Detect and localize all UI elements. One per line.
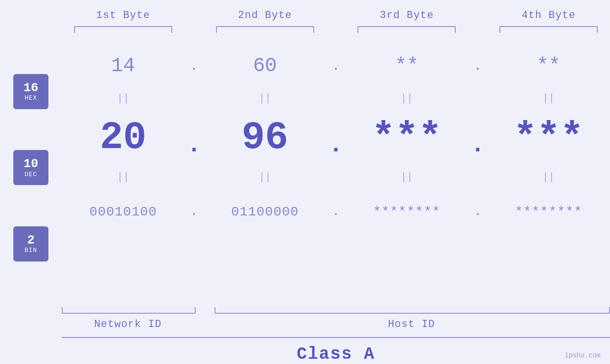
bin-dot-2: . xyxy=(327,205,346,219)
bin-cell-3: ******** xyxy=(346,205,469,219)
hex-badge-label: HEX xyxy=(25,94,37,102)
bin-badge-label: BIN xyxy=(25,247,37,254)
hex-cell-3: ** xyxy=(346,55,469,77)
bin-badge: 2 BIN xyxy=(13,226,48,261)
hex-value-4: ** xyxy=(536,55,560,77)
hex-cell-1: 14 xyxy=(62,55,185,77)
sep-1-col-4: || xyxy=(487,93,610,104)
separator-row-1: || || || || xyxy=(62,90,610,107)
dec-cell-3: *** xyxy=(346,116,469,160)
sep-1-col-2: || xyxy=(204,93,327,104)
byte-label-3: 3rd Byte xyxy=(346,9,469,21)
class-underline xyxy=(62,337,610,338)
bin-dot-1: . xyxy=(185,205,204,219)
bracket-col-1 xyxy=(62,26,185,33)
byte-label-2: 2nd Byte xyxy=(204,9,327,21)
bin-value-3: ******** xyxy=(373,205,441,219)
rows-area: 14 . 60 . ** . ** xyxy=(62,37,610,307)
byte-label-4: 4th Byte xyxy=(487,9,610,21)
byte-labels-row: 1st Byte 2nd Byte 3rd Byte 4th Byte xyxy=(62,9,610,21)
dec-dot-2: . xyxy=(327,117,346,159)
dec-row: 20 . 96 . *** . *** xyxy=(62,107,610,168)
top-brackets-row xyxy=(62,26,610,33)
dec-value-1: 20 xyxy=(100,116,146,160)
dec-dot-3: . xyxy=(468,117,487,159)
hex-value-1: 14 xyxy=(111,55,135,77)
sep-2-col-1: || xyxy=(62,171,185,183)
bin-badge-num: 2 xyxy=(27,233,35,247)
id-labels-row: Network ID Host ID xyxy=(62,318,610,330)
network-id-bracket xyxy=(62,307,196,314)
bracket-col-2 xyxy=(204,26,327,33)
bin-cell-4: ******** xyxy=(487,205,610,219)
bracket-col-3 xyxy=(346,26,469,33)
watermark: ipshu.com xyxy=(564,352,601,359)
sep-2-col-2: || xyxy=(204,171,327,183)
hex-dot-2: . xyxy=(327,58,346,74)
dec-value-2: 96 xyxy=(242,116,288,160)
host-id-bracket xyxy=(215,307,610,314)
dec-value-3: *** xyxy=(372,116,442,160)
bracket-col-4 xyxy=(487,26,610,33)
dec-badge-num: 10 xyxy=(23,157,38,171)
hex-dot-1: . xyxy=(185,58,204,74)
hex-row: 14 . 60 . ** . ** xyxy=(62,42,610,90)
byte-label-1: 1st Byte xyxy=(62,9,185,21)
hex-value-2: 60 xyxy=(253,55,277,77)
bin-cell-2: 01100000 xyxy=(204,205,327,219)
badges-column: 16 HEX 10 DEC 2 BIN xyxy=(0,37,62,307)
top-bracket-1 xyxy=(74,26,172,33)
dec-cell-2: 96 xyxy=(204,116,327,160)
top-bracket-4 xyxy=(499,26,598,33)
content-area: 16 HEX 10 DEC 2 BIN 14 . xyxy=(0,37,610,307)
hex-badge: 16 HEX xyxy=(13,74,48,109)
bin-dot-3: . xyxy=(468,205,487,219)
separator-row-2: || || || || xyxy=(62,168,610,186)
network-id-label: Network ID xyxy=(62,318,194,330)
dec-value-4: *** xyxy=(514,116,584,160)
class-label: Class A xyxy=(62,345,610,364)
hex-cell-4: ** xyxy=(487,55,610,77)
bin-value-4: ******** xyxy=(515,205,582,219)
hex-badge-num: 16 xyxy=(23,81,38,95)
top-bracket-2 xyxy=(216,26,314,33)
hex-cell-2: 60 xyxy=(204,55,327,77)
hex-dot-3: . xyxy=(468,58,487,74)
bottom-brackets-row xyxy=(62,307,610,314)
dec-badge: 10 DEC xyxy=(13,150,48,185)
host-id-label: Host ID xyxy=(213,318,610,330)
dec-badge-label: DEC xyxy=(25,171,37,178)
bin-row: 00010100 . 01100000 . ******** . xyxy=(62,186,610,238)
sep-1-col-3: || xyxy=(346,93,469,104)
host-id-bracket-wrapper xyxy=(215,307,610,314)
dec-cell-1: 20 xyxy=(62,116,185,160)
sep-2-col-4: || xyxy=(487,171,610,183)
main-container: 1st Byte 2nd Byte 3rd Byte 4th Byte xyxy=(0,0,610,364)
class-section: Class A xyxy=(62,337,610,364)
bin-value-2: 01100000 xyxy=(231,205,299,219)
bin-cell-1: 00010100 xyxy=(62,205,185,219)
sep-1-col-1: || xyxy=(62,93,185,104)
bottom-section: Network ID Host ID Class A xyxy=(62,307,610,364)
hex-value-3: ** xyxy=(395,55,419,77)
bin-value-1: 00010100 xyxy=(89,205,157,219)
top-bracket-3 xyxy=(357,26,456,33)
dec-dot-1: . xyxy=(185,117,204,159)
sep-2-col-3: || xyxy=(346,171,469,183)
dec-cell-4: *** xyxy=(487,116,610,160)
